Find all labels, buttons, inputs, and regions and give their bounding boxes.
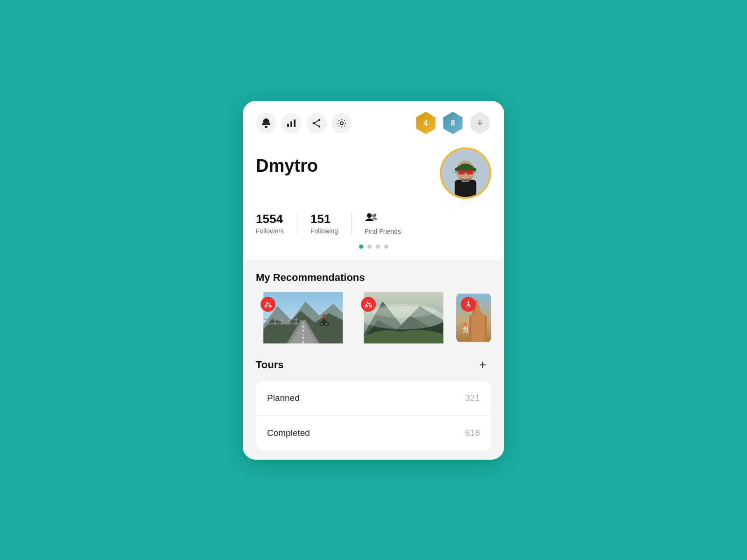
profile-info: Dmytro	[256, 147, 491, 199]
svg-point-62	[467, 301, 469, 303]
following-count: 151	[310, 212, 331, 226]
svg-rect-1	[287, 124, 289, 127]
profile-card: 4 8 + Dmytro	[243, 101, 504, 460]
svg-rect-14	[455, 168, 476, 171]
find-friends-label: Find Friends	[365, 228, 401, 235]
tours-completed-label: Completed	[267, 428, 310, 438]
rec-icon-3	[461, 297, 476, 312]
svg-line-7	[315, 120, 318, 123]
tours-title: Tours	[256, 359, 283, 371]
tours-planned-label: Planned	[267, 393, 300, 403]
rec-card-3[interactable]	[456, 292, 491, 343]
followers-count: 1554	[256, 212, 283, 226]
share-icon	[312, 119, 321, 128]
rec-icon-1	[261, 297, 275, 312]
user-name-wrap: Dmytro	[256, 147, 318, 176]
recommendations-row	[256, 292, 491, 343]
tours-add-button[interactable]: +	[474, 357, 491, 373]
dot-1[interactable]	[359, 245, 363, 249]
svg-point-5	[313, 122, 315, 124]
stat-divider-1	[297, 212, 297, 235]
profile-section: 4 8 + Dmytro	[243, 101, 504, 260]
dot-4[interactable]	[384, 245, 388, 249]
svg-point-50	[369, 305, 372, 307]
tours-completed-count: 618	[465, 428, 480, 438]
followers-stat[interactable]: 1554 Followers	[256, 212, 297, 235]
svg-rect-11	[455, 179, 476, 196]
stat-divider-2	[351, 212, 352, 235]
svg-rect-2	[290, 121, 292, 127]
badge-add-button[interactable]: +	[469, 112, 491, 134]
avatar-inner	[442, 149, 489, 197]
tours-planned-item[interactable]: Planned 321	[256, 381, 491, 416]
rec-icon-2	[361, 297, 376, 312]
followers-label: Followers	[256, 227, 284, 235]
svg-point-55	[463, 322, 467, 326]
svg-point-6	[318, 125, 320, 127]
svg-point-42	[269, 305, 271, 307]
rec-card-1[interactable]	[256, 292, 351, 343]
badge-level-8[interactable]: 8	[442, 112, 464, 134]
lower-section: My Recommendations	[243, 260, 504, 460]
settings-button[interactable]	[331, 113, 352, 133]
svg-point-4	[318, 119, 320, 120]
svg-point-51	[367, 301, 368, 303]
analytics-button[interactable]	[281, 113, 302, 133]
avatar	[440, 147, 491, 199]
gear-icon	[337, 119, 346, 128]
find-friends-icon: +	[365, 212, 378, 225]
svg-rect-16	[466, 170, 473, 174]
svg-rect-15	[458, 170, 465, 174]
svg-line-8	[315, 124, 318, 126]
svg-point-49	[365, 305, 367, 307]
tours-planned-count: 321	[465, 393, 480, 403]
svg-point-43	[266, 301, 268, 303]
svg-rect-3	[294, 119, 296, 127]
notification-button[interactable]	[256, 113, 276, 133]
find-friends-stat[interactable]: + Find Friends	[365, 212, 414, 235]
user-name: Dmytro	[256, 156, 318, 176]
dot-3[interactable]	[376, 245, 380, 249]
following-label: Following	[310, 227, 338, 235]
dot-2[interactable]	[367, 245, 372, 249]
avatar-image	[442, 149, 489, 197]
tours-completed-item[interactable]: Completed 618	[256, 416, 491, 450]
bell-icon	[261, 118, 271, 128]
tours-list: Planned 321 Completed 618	[256, 381, 491, 450]
bar-chart-icon	[287, 119, 296, 127]
svg-point-18	[367, 213, 372, 218]
toolbar: 4 8 +	[256, 112, 491, 134]
rec-card-2[interactable]	[356, 292, 451, 343]
badge-level-4[interactable]: 4	[415, 112, 437, 134]
recommendations-title: My Recommendations	[256, 272, 491, 284]
svg-point-41	[265, 305, 267, 307]
stats-row: 1554 Followers 151 Following +	[256, 212, 491, 235]
following-stat[interactable]: 151 Following	[310, 212, 351, 235]
svg-point-9	[340, 122, 343, 125]
svg-point-28	[322, 315, 326, 318]
bottom-spacer	[256, 450, 491, 460]
dots-indicator	[256, 245, 491, 251]
svg-point-0	[265, 126, 267, 128]
svg-point-48	[371, 304, 436, 318]
share-button[interactable]	[306, 113, 327, 133]
svg-text:+: +	[374, 212, 377, 217]
tours-header: Tours +	[256, 357, 491, 373]
